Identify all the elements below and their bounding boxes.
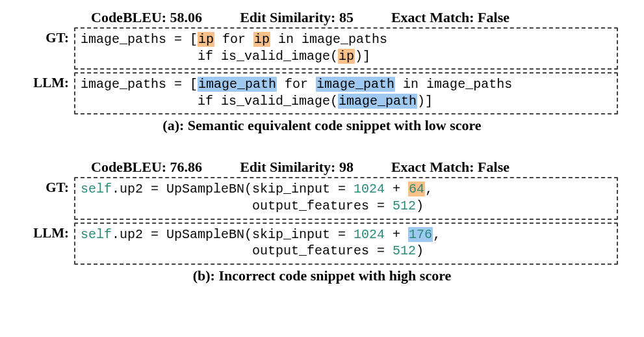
code-text: )]	[417, 94, 433, 109]
gt-row-b: GT: self.up2 = UpSampleBN(skip_input = 1…	[26, 177, 618, 219]
gt-code-b: self.up2 = UpSampleBN(skip_input = 1024 …	[74, 177, 618, 219]
code-text: ,	[425, 182, 433, 196]
code-number: 1024	[354, 227, 385, 242]
llm-row-b: LLM: self.up2 = UpSampleBN(skip_input = …	[26, 222, 618, 265]
example-b: CodeBLEU: 76.86 Edit Similarity: 98 Exac…	[26, 159, 618, 284]
metrics-row-a: CodeBLEU: 58.06 Edit Similarity: 85 Exac…	[26, 9, 618, 26]
code-number: 512	[393, 198, 416, 213]
llm-row-a: LLM: image_paths = [image_path for image…	[26, 72, 618, 115]
code-text: output_features =	[81, 243, 393, 258]
code-text: in image_paths	[270, 32, 387, 47]
highlight-blue: image_path	[316, 77, 395, 92]
example-a: CodeBLEU: 58.06 Edit Similarity: 85 Exac…	[26, 9, 618, 134]
llm-code-a: image_paths = [image_path for image_path…	[74, 72, 618, 115]
code-text: )	[416, 243, 424, 258]
code-text: image_paths = [	[81, 32, 198, 47]
highlight-blue: 176	[408, 227, 433, 242]
gt-code-a: image_paths = [ip for ip in image_paths …	[74, 27, 618, 70]
highlight-orange: 64	[408, 182, 425, 196]
gt-label-a: GT:	[26, 27, 74, 70]
gt-label-b: GT:	[26, 177, 74, 219]
metric-editsim-b: Edit Similarity: 98	[240, 159, 354, 176]
code-text: .up2 = UpSampleBN(skip_input =	[112, 182, 354, 196]
code-text: in image_paths	[395, 77, 512, 92]
gt-row-a: GT: image_paths = [ip for ip in image_pa…	[26, 27, 618, 70]
code-text: for	[214, 32, 253, 47]
code-text: )	[416, 198, 424, 213]
code-text: output_features =	[81, 198, 393, 213]
llm-label-a: LLM:	[26, 72, 74, 115]
highlight-blue: image_path	[198, 77, 277, 92]
metric-editsim-a: Edit Similarity: 85	[240, 9, 354, 26]
code-text: +	[385, 227, 408, 242]
metric-codebleu-a: CodeBLEU: 58.06	[91, 9, 202, 26]
code-text: for	[277, 77, 316, 92]
code-text: image_paths = [	[81, 77, 198, 92]
code-number: 512	[393, 243, 416, 258]
highlight-orange: ip	[198, 32, 214, 47]
code-number: 1024	[354, 182, 385, 196]
metric-exact-b: Exact Match: False	[391, 159, 509, 176]
code-text: )]	[355, 49, 370, 64]
metric-exact-a: Exact Match: False	[391, 9, 509, 26]
code-text: if is_valid_image(	[81, 94, 338, 109]
code-text: if is_valid_image(	[81, 49, 338, 64]
highlight-blue: image_path	[338, 94, 417, 109]
caption-a: (a): Semantic equivalent code snippet wi…	[26, 117, 618, 134]
metrics-row-b: CodeBLEU: 76.86 Edit Similarity: 98 Exac…	[26, 159, 618, 176]
code-text: ,	[433, 227, 441, 242]
metric-codebleu-b: CodeBLEU: 76.86	[91, 159, 202, 176]
llm-label-b: LLM:	[26, 222, 74, 265]
highlight-orange: ip	[253, 32, 270, 47]
llm-code-b: self.up2 = UpSampleBN(skip_input = 1024 …	[74, 222, 618, 265]
caption-b: (b): Incorrect code snippet with high sc…	[26, 267, 618, 284]
code-self: self	[81, 182, 112, 196]
highlight-orange: ip	[338, 49, 355, 64]
code-self: self	[81, 227, 112, 242]
code-text: .up2 = UpSampleBN(skip_input =	[112, 227, 354, 242]
code-text: +	[385, 182, 408, 196]
